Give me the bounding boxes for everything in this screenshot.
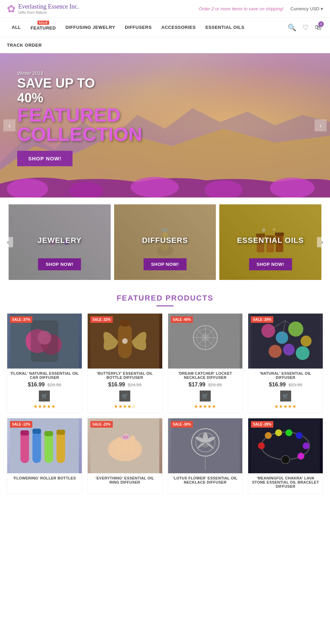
product-price-butterfly: $16.99 $24.99	[88, 381, 162, 388]
product-name-flowering: 'FLOWERING' ROLLER BOTTLES	[7, 473, 82, 482]
add-to-cart-natural[interactable]: 🛒	[280, 391, 291, 402]
category-section: ‹ JEWELERY SHOP NOW! DIFFUSERS	[0, 197, 330, 287]
main-nav: ALL SALE FEATURED DIFFUSING JEWELRY DIFF…	[0, 18, 330, 37]
svg-point-67	[124, 436, 127, 439]
top-right: Order 2 or more items to save on shippin…	[199, 6, 323, 11]
svg-rect-53	[32, 430, 41, 463]
diffusers-shop-button[interactable]: SHOP NOW!	[144, 258, 187, 270]
product-card-everything[interactable]: SALE -23% 'EVERYTHING' ESSENTIAL OIL RIN…	[87, 418, 163, 494]
sale-tag-floral: SALE -37%	[10, 316, 32, 323]
products-grid-row2: SALE -12% 'FLOWERING' ROLLER BOTTLES	[7, 418, 323, 494]
sale-tag-lotus: SALE -30%	[171, 421, 193, 428]
svg-rect-57	[32, 429, 41, 434]
svg-point-46	[283, 344, 295, 355]
stars-natural: ★★★★★	[248, 404, 323, 409]
product-name-chakra: 'MEANINGFUL CHAKRA' LAVA STONE ESSENTIAL…	[248, 473, 323, 490]
hero-banner: Winter 2018 SAVE UP TO 40% FEATURED COLL…	[0, 53, 330, 197]
product-name-floral: 'FLORAL' NATURAL ESSENTIAL OIL CAR DIFFU…	[7, 369, 82, 381]
svg-point-44	[301, 336, 312, 347]
jewelry-title: JEWELERY	[37, 236, 81, 245]
categories-prev-button[interactable]: ‹	[3, 237, 13, 247]
nav-item-featured-label: FEATURED	[31, 25, 56, 31]
add-to-cart-butterfly[interactable]: 🛒	[119, 391, 130, 402]
product-card-floral[interactable]: SALE -37% 'FLORAL' NATURAL ESSENTIAL OIL…	[7, 313, 82, 413]
featured-title: FEATURED PRODUCTS	[7, 294, 323, 303]
wishlist-button[interactable]: ♡	[301, 22, 310, 33]
category-card-jewelry[interactable]: JEWELERY SHOP NOW!	[9, 204, 111, 280]
shipping-message: Order 2 or more items to save on shippin…	[199, 6, 283, 11]
svg-point-80	[303, 442, 310, 449]
svg-rect-59	[56, 430, 65, 435]
track-order-link[interactable]: TRACK ORDER	[7, 43, 42, 48]
svg-point-81	[298, 453, 305, 460]
hero-season: Winter 2018	[17, 70, 142, 76]
hero-next-button[interactable]: ›	[315, 120, 327, 132]
essential-oils-shop-button[interactable]: SHOP NOW!	[249, 258, 292, 270]
product-card-chakra[interactable]: SALE -29% 'MEANINGFUL CHAKRA' LAVA STONE…	[248, 418, 323, 494]
product-name-dreamcatcher: 'DREAM CATCHER' LOCKET NECKLACE DIFFUSER	[168, 369, 243, 381]
svg-rect-52	[20, 432, 29, 463]
cart-count-badge: 0	[318, 21, 324, 27]
svg-rect-62	[116, 437, 121, 454]
nav-icons: 🔍 ♡ 🛍 0	[286, 22, 323, 33]
svg-rect-24	[31, 320, 58, 362]
essential-oils-title: ESSENTIAL OILS	[219, 236, 321, 245]
product-image-chakra: SALE -29%	[248, 418, 323, 473]
logo-area[interactable]: ✿ Everlasting Essence Inc. Gifts from Na…	[7, 3, 79, 15]
price-original-butterfly: $24.99	[128, 382, 142, 387]
nav-item-accessories[interactable]: ACCESSORIES	[156, 19, 200, 36]
logo-sub: Gifts from Nature	[18, 10, 79, 14]
product-name-everything: 'EVERYTHING' ESSENTIAL OIL RING DIFFUSER	[88, 473, 162, 486]
price-current-butterfly: $16.99	[108, 382, 125, 388]
arrow-left-icon: ‹	[8, 122, 11, 129]
price-original-floral: $26.99	[47, 382, 61, 387]
product-card-flowering[interactable]: SALE -12% 'FLOWERING' ROLLER BOTTLES	[7, 418, 82, 494]
search-icon: 🔍	[288, 24, 296, 31]
svg-rect-55	[56, 431, 65, 463]
add-to-cart-floral[interactable]: 🛒	[39, 391, 50, 402]
product-image-lotus: SALE -30%	[168, 418, 243, 473]
category-card-diffusers[interactable]: DIFFUSERS SHOP NOW!	[114, 204, 216, 280]
hero-prev-button[interactable]: ‹	[3, 120, 15, 132]
sale-tag-flowering: SALE -12%	[10, 421, 32, 428]
sale-tag-natural: SALE -29%	[251, 316, 273, 323]
search-button[interactable]: 🔍	[286, 22, 298, 33]
hero-line3: FEATURED	[17, 105, 142, 125]
product-card-dreamcatcher[interactable]: SALE -40% 'DREAM CATCHER' LOCKET NECKLAC…	[168, 313, 243, 413]
product-card-butterfly[interactable]: SALE -32% 'BUTTERFLY' ESSENTIAL OIL BOTT…	[87, 313, 163, 413]
nav-item-essential-oils[interactable]: ESSENTIAL OILS	[200, 19, 249, 36]
sale-badge: SALE	[37, 21, 49, 25]
price-current-natural: $16.99	[269, 382, 286, 388]
categories-next-button[interactable]: ›	[317, 237, 327, 247]
nav-item-diffusing-jewelry[interactable]: DIFFUSING JEWELRY	[61, 19, 120, 36]
price-original-natural: $23.99	[288, 382, 302, 387]
product-image-flowering: SALE -12%	[7, 418, 82, 473]
product-card-lotus[interactable]: SALE -30% 'LOTUS FLOWER' ESSENTIAL OIL N…	[168, 418, 243, 494]
svg-point-82	[282, 455, 290, 464]
arrow-right-icon: ›	[319, 122, 322, 129]
currency-selector[interactable]: Currency USD ▾	[290, 6, 323, 11]
hero-shop-now-button[interactable]: SHOP NOW!	[17, 151, 73, 166]
sale-tag-butterfly: SALE -32%	[90, 316, 113, 323]
nav-item-diffusers[interactable]: DIFFUSERS	[120, 19, 156, 36]
sale-tag-everything: SALE -23%	[90, 421, 113, 428]
stars-butterfly: ★★★★☆	[88, 404, 162, 409]
category-card-essential-oils[interactable]: ESSENTIAL OILS SHOP NOW!	[219, 204, 321, 280]
nav-item-featured[interactable]: SALE FEATURED	[26, 18, 61, 37]
add-to-cart-dreamcatcher[interactable]: 🛒	[200, 391, 211, 402]
svg-point-4	[270, 178, 315, 197]
svg-point-28	[122, 338, 128, 344]
svg-rect-54	[44, 433, 53, 463]
product-image-everything: SALE -23%	[88, 418, 162, 473]
svg-rect-64	[130, 436, 135, 453]
nav-item-all[interactable]: ALL	[7, 19, 26, 36]
currency-value: USD	[310, 6, 319, 11]
product-price-floral: $16.99 $26.99	[7, 381, 82, 388]
heart-icon: ♡	[302, 24, 309, 31]
svg-point-75	[258, 442, 265, 449]
product-card-natural[interactable]: SALE -29% 'NATURAL' ESSENTIAL OIL DIFFUS…	[248, 313, 323, 413]
svg-point-76	[265, 432, 272, 439]
jewelry-shop-button[interactable]: SHOP NOW!	[38, 258, 81, 270]
cart-button[interactable]: 🛍 0	[314, 22, 323, 33]
logo-name: Everlasting Essence Inc.	[18, 3, 79, 11]
